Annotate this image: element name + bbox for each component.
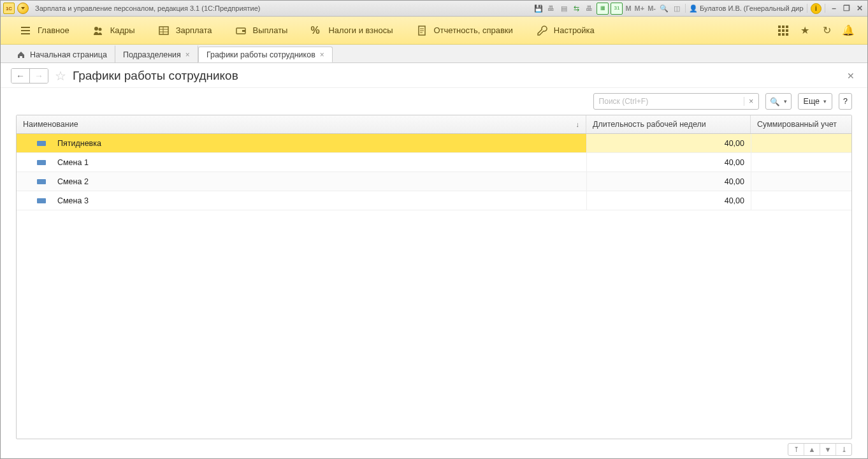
main-menu: Главное Кадры Зарплата Выплаты % Налоги …	[1, 17, 867, 45]
memory-mplus[interactable]: M+	[634, 4, 646, 12]
nav-last-button[interactable]: ⤓	[836, 444, 851, 455]
menu-main-label: Главное	[38, 26, 69, 35]
page-close-button[interactable]: ✕	[844, 68, 857, 84]
cell-duration: 40,00	[586, 153, 751, 171]
apps-grid-icon[interactable]	[777, 24, 790, 37]
col-duration-header[interactable]: Длительность рабочей недели	[586, 115, 751, 133]
caret-down-icon: ▾	[784, 98, 787, 105]
print-icon[interactable]: 🖶	[546, 3, 556, 14]
col-summarized-label: Суммированный учет	[757, 120, 837, 129]
window-minimize[interactable]: –	[828, 4, 839, 13]
cell-summarized	[751, 153, 851, 171]
menu-zarplata[interactable]: Зарплата	[147, 17, 224, 44]
save-icon[interactable]: 💾	[533, 3, 544, 14]
tab-close-icon[interactable]: ×	[320, 50, 324, 59]
notifications-bell-icon[interactable]: 🔔	[842, 24, 855, 37]
item-icon	[37, 141, 46, 146]
cell-duration: 40,00	[586, 172, 751, 191]
current-user-label: Булатов И.В. (Генеральный дирек...	[700, 4, 804, 12]
nav-up-button[interactable]: ▲	[804, 444, 820, 455]
menu-otchet[interactable]: Отчетность, справки	[405, 17, 524, 44]
search-settings-button[interactable]: 🔍▾	[765, 93, 792, 110]
tab-podrazdeleniya[interactable]: Подразделения ×	[115, 45, 198, 63]
menu-nastroika[interactable]: Настройка	[524, 17, 606, 44]
print2-icon[interactable]: 🖶	[584, 3, 595, 14]
tab-home-label: Начальная страница	[30, 50, 107, 59]
menu-kadry-label: Кадры	[110, 26, 135, 35]
table-row[interactable]: Смена 340,00	[17, 191, 851, 210]
svg-point-0	[94, 27, 98, 31]
nav-back-button[interactable]: ←	[11, 69, 29, 83]
list-toolbar: × 🔍▾ Еще ▾ ?	[1, 88, 867, 115]
menu-kadry[interactable]: Кадры	[81, 17, 147, 44]
search-box[interactable]: ×	[593, 93, 759, 110]
nav-down-button[interactable]: ▼	[820, 444, 836, 455]
report-icon	[416, 25, 428, 36]
cell-name: Смена 1	[17, 153, 586, 171]
table-row[interactable]: Смена 140,00	[17, 153, 851, 172]
table-row[interactable]: Смена 240,00	[17, 172, 851, 191]
zoom-icon[interactable]: 🔍	[658, 3, 669, 14]
svg-rect-2	[159, 27, 168, 34]
menu-zarplata-label: Зарплата	[176, 26, 212, 35]
memory-mminus[interactable]: M-	[647, 4, 656, 12]
calendar-icon[interactable]: ▦	[597, 3, 609, 15]
memory-m[interactable]: M	[625, 4, 632, 12]
history-icon[interactable]: ↻	[820, 24, 833, 37]
favorites-star-icon[interactable]: ★	[799, 24, 811, 37]
tab-close-icon[interactable]: ×	[185, 50, 190, 59]
more-button[interactable]: Еще ▾	[798, 93, 832, 110]
people-icon	[92, 25, 104, 36]
window-close[interactable]: ✕	[854, 4, 865, 13]
cell-summarized	[751, 134, 851, 152]
page-title: Графики работы сотрудников	[73, 69, 238, 83]
cell-name-text: Смена 1	[57, 158, 89, 167]
cell-name: Смена 2	[17, 172, 586, 191]
cell-summarized	[751, 172, 851, 191]
doc-icon[interactable]: ▤	[558, 3, 569, 14]
tabs-bar: Начальная страница Подразделения × Графи…	[1, 45, 867, 63]
nav-forward-button[interactable]: →	[29, 69, 48, 83]
item-icon	[37, 198, 46, 203]
percent-icon: %	[310, 25, 322, 36]
table-header: Наименование ↓ Длительность рабочей неде…	[17, 115, 851, 134]
sort-asc-icon: ↓	[576, 120, 580, 128]
svg-rect-4	[242, 30, 245, 32]
nav-buttons: ← →	[11, 68, 48, 84]
col-summarized-header[interactable]: Суммированный учет	[751, 115, 851, 133]
current-user[interactable]: 👤 Булатов И.В. (Генеральный дирек...	[689, 4, 804, 13]
col-name-header[interactable]: Наименование ↓	[17, 115, 586, 133]
calendar31-icon[interactable]: 31	[611, 3, 623, 15]
more-button-label: Еще	[804, 97, 820, 106]
nav-first-button[interactable]: ⤒	[788, 444, 804, 455]
hamburger-icon	[20, 25, 31, 36]
search-clear-button[interactable]: ×	[744, 97, 758, 106]
search-input[interactable]	[594, 97, 744, 106]
menu-vyplaty-label: Выплаты	[253, 26, 288, 35]
app-logo-icon: 1C	[3, 3, 15, 14]
compare-icon[interactable]: ⇆	[571, 3, 582, 14]
cell-duration: 40,00	[586, 134, 751, 152]
table-icon	[158, 25, 170, 36]
app-menu-dropdown[interactable]	[17, 3, 29, 14]
item-icon	[37, 160, 46, 165]
help-button-label: ?	[843, 97, 848, 106]
table-row[interactable]: Пятидневка40,00	[17, 134, 851, 153]
menu-nalogi[interactable]: % Налоги и взносы	[299, 17, 404, 44]
window-title: Зарплата и управление персоналом, редакц…	[35, 4, 260, 12]
home-icon	[17, 50, 25, 59]
menu-nastroika-label: Настройка	[554, 26, 595, 35]
col-name-label: Наименование	[23, 120, 78, 129]
info-icon[interactable]: i	[811, 3, 821, 14]
menu-vyplaty[interactable]: Выплаты	[224, 17, 300, 44]
menu-main[interactable]: Главное	[8, 17, 81, 44]
panels-icon[interactable]: ◫	[671, 3, 682, 14]
help-button[interactable]: ?	[839, 93, 852, 110]
tab-home[interactable]: Начальная страница	[4, 45, 115, 63]
tab-grafiki[interactable]: Графики работы сотрудников ×	[198, 47, 333, 62]
page-header: ← → ☆ Графики работы сотрудников ✕	[1, 63, 867, 88]
cell-name-text: Смена 3	[57, 196, 89, 205]
favorite-toggle-icon[interactable]: ☆	[54, 69, 68, 83]
window-restore[interactable]: ❐	[841, 4, 852, 13]
caret-down-icon: ▾	[823, 98, 827, 105]
